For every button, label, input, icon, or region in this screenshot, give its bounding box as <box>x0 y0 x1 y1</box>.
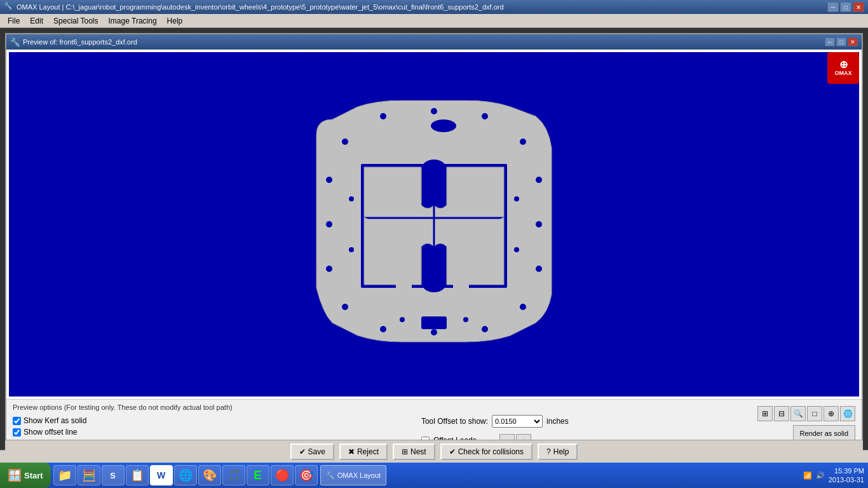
svg-point-30 <box>463 317 468 322</box>
app-icon: 🔧 <box>4 2 14 12</box>
options-left: Preview options (For testing only. These… <box>13 403 233 437</box>
svg-point-15 <box>536 177 542 183</box>
menu-image-tracing[interactable]: Image Tracing <box>104 15 162 27</box>
omax-logo: ⊕ OMAX <box>827 52 859 84</box>
taskbar-right: 📶 🔊 15:39 PM 2013-03-31 <box>803 466 868 485</box>
preview-window-controls: ─ □ ✕ <box>825 37 858 46</box>
svg-point-18 <box>342 304 348 310</box>
taskbar-app-6[interactable]: 🌐 <box>174 465 197 485</box>
svg-point-26 <box>349 247 354 252</box>
check-icon: ✔ <box>449 447 456 456</box>
reject-icon: ✖ <box>348 447 355 456</box>
tool-icon-2[interactable]: ⊟ <box>774 406 789 421</box>
svg-point-17 <box>536 266 542 272</box>
svg-point-16 <box>536 221 542 227</box>
taskbar-app-10[interactable]: 🔴 <box>271 465 294 485</box>
inches-label: inches <box>546 417 569 426</box>
svg-point-20 <box>431 329 437 336</box>
svg-point-8 <box>380 113 386 119</box>
show-kerf-label: Show Kerf as solid <box>24 416 86 425</box>
menu-file[interactable]: File <box>3 15 25 27</box>
menu-bar: File Edit Special Tools Image Tracing He… <box>0 14 868 28</box>
toolbar-icons: ⊞ ⊟ 🔍 □ ⊕ 🌐 <box>757 406 855 421</box>
preview-titlebar: 🔧 Preview of: front6_supports2_dxf.ord ─… <box>6 34 862 50</box>
options-bar: Preview options (For testing only. These… <box>6 399 862 444</box>
svg-point-27 <box>514 247 519 252</box>
canvas-area <box>9 52 859 396</box>
reject-button[interactable]: ✖ Reject <box>339 444 388 460</box>
tool-icon-3[interactable]: 🔍 <box>790 406 806 421</box>
svg-rect-6 <box>453 281 469 294</box>
start-button[interactable]: 🪟 Start <box>0 463 51 488</box>
tool-icon-5[interactable]: ⊕ <box>824 406 839 421</box>
svg-point-24 <box>349 196 354 201</box>
check-collisions-button[interactable]: ✔ Check for collisions <box>440 444 532 460</box>
bottom-buttons: ✔ Save ✖ Reject ⊞ Nest ✔ Check for colli… <box>5 440 863 463</box>
nest-button[interactable]: ⊞ Nest <box>393 444 435 460</box>
preview-content: ⊕ OMAX <box>6 50 862 444</box>
svg-point-25 <box>514 196 519 201</box>
menu-help[interactable]: Help <box>162 15 188 27</box>
save-button[interactable]: ✔ Save <box>290 444 334 460</box>
tool-icon-4[interactable]: □ <box>807 406 822 421</box>
tool-offset-select[interactable]: 0.0150 <box>492 415 543 428</box>
window-title: OMAX Layout | C:\_jaguar\robot_programmi… <box>17 3 827 11</box>
taskbar-apps: 📁 🧮 S 📋 W 🌐 🎨 🎵 E 🔴 🎯 <box>51 465 320 485</box>
clock-time: 15:39 PM <box>829 466 864 475</box>
taskbar: 🪟 Start 📁 🧮 S 📋 W 🌐 🎨 🎵 E 🔴 🎯 🔧 OMAX Lay… <box>0 463 868 488</box>
menu-special-tools[interactable]: Special Tools <box>48 15 104 27</box>
svg-point-19 <box>380 326 386 332</box>
svg-point-21 <box>482 326 488 332</box>
options-right: ⊞ ⊟ 🔍 □ ⊕ 🌐 Render as solid <box>757 406 855 442</box>
svg-point-7 <box>342 139 348 145</box>
svg-point-23 <box>431 119 456 132</box>
show-kerf-checkbox[interactable] <box>13 417 21 425</box>
close-button[interactable]: ✕ <box>853 2 864 12</box>
menu-edit[interactable]: Edit <box>25 15 48 27</box>
part-visualization <box>301 100 567 348</box>
network-icon: 📶 <box>803 471 812 480</box>
svg-rect-28 <box>421 316 447 329</box>
tool-icon-1[interactable]: ⊞ <box>757 406 773 421</box>
svg-point-12 <box>326 177 332 183</box>
preview-title: Preview of: front6_supports2_dxf.ord <box>23 38 825 46</box>
taskbar-app-2[interactable]: 🧮 <box>78 465 100 485</box>
taskbar-app-11[interactable]: 🎯 <box>295 465 318 485</box>
window-controls: ─ □ ✕ <box>827 2 864 12</box>
maximize-button[interactable]: □ <box>840 2 851 12</box>
svg-point-22 <box>520 304 526 310</box>
save-icon: ✔ <box>299 447 306 456</box>
options-label: Preview options (For testing only. These… <box>13 403 233 411</box>
show-offset-checkbox[interactable] <box>13 428 21 437</box>
preview-close-button[interactable]: ✕ <box>848 37 858 46</box>
preview-window: 🔧 Preview of: front6_supports2_dxf.ord ─… <box>5 33 863 445</box>
tool-offset-label: Tool Offset to show: <box>421 417 488 426</box>
svg-point-10 <box>482 113 488 119</box>
taskbar-app-3[interactable]: S <box>102 465 125 485</box>
svg-point-11 <box>520 139 526 145</box>
title-bar: 🔧 OMAX Layout | C:\_jaguar\robot_program… <box>0 0 868 14</box>
taskbar-app-9[interactable]: E <box>247 465 269 485</box>
system-clock: 15:39 PM 2013-03-31 <box>829 466 864 485</box>
help-button[interactable]: ? Help <box>538 444 578 460</box>
taskbar-app-8[interactable]: 🎵 <box>222 465 245 485</box>
volume-icon: 🔊 <box>816 471 825 480</box>
taskbar-app-7[interactable]: 🎨 <box>198 465 221 485</box>
svg-point-13 <box>326 221 332 227</box>
windows-logo-icon: 🪟 <box>8 468 22 482</box>
taskbar-active-window[interactable]: 🔧 OMAX Layout <box>320 465 386 485</box>
help-icon: ? <box>546 447 551 456</box>
nest-icon: ⊞ <box>402 447 408 456</box>
show-kerf-row: Show Kerf as solid <box>13 416 233 425</box>
clock-date: 2013-03-31 <box>829 475 864 484</box>
preview-minimize-button[interactable]: ─ <box>825 37 835 46</box>
minimize-button[interactable]: ─ <box>827 2 839 12</box>
taskbar-app-4[interactable]: 📋 <box>126 465 149 485</box>
tool-offset-row: Tool Offset to show: 0.0150 inches <box>421 415 569 428</box>
svg-point-14 <box>326 266 332 272</box>
taskbar-app-5[interactable]: W <box>150 465 173 485</box>
show-offset-row: Show offset line <box>13 428 233 437</box>
taskbar-app-1[interactable]: 📁 <box>53 465 76 485</box>
tool-icon-6[interactable]: 🌐 <box>840 406 855 421</box>
preview-maximize-button[interactable]: □ <box>836 37 846 46</box>
